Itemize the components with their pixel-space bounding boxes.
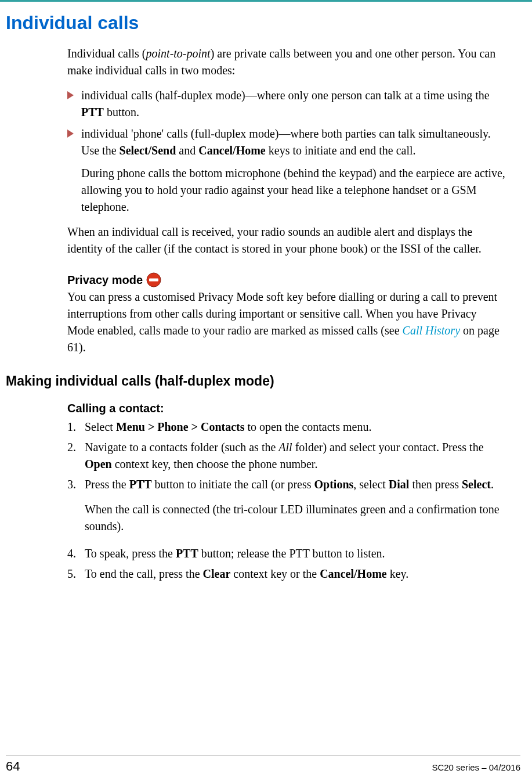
page-footer: 64 SC20 series – 04/2016 (0, 755, 532, 774)
step-list-cont: To speak, press the PTT button; release … (67, 545, 506, 582)
doc-id: SC20 series – 04/2016 (432, 762, 520, 772)
text: to open the contacts menu. (245, 420, 372, 433)
text: then press (409, 478, 462, 491)
text-italic: All (278, 441, 292, 454)
page-title: Individual calls (6, 12, 506, 34)
text-bold: PTT (176, 547, 198, 560)
privacy-paragraph: You can press a customised Privacy Mode … (67, 289, 506, 356)
no-entry-icon (146, 272, 161, 287)
step-list: Select Menu > Phone > Contacts to open t… (67, 419, 506, 493)
text-bold: PTT (129, 478, 152, 491)
footer-row: 64 SC20 series – 04/2016 (6, 759, 520, 774)
text-bold: Options (314, 478, 354, 491)
text: and (176, 144, 198, 157)
text: Select (85, 420, 116, 433)
text-bold: Select/Send (120, 144, 176, 157)
text: , select (353, 478, 389, 491)
mode-list: individual calls (half-duplex mode)—wher… (67, 87, 506, 159)
text-bold: Select (462, 478, 491, 491)
text-bold: Open (85, 458, 112, 470)
text: individual calls (half-duplex mode)—wher… (81, 89, 490, 102)
text: button. (104, 106, 139, 118)
text-bold: Clear (203, 567, 231, 580)
text: . (491, 478, 494, 491)
text-italic: point-to-point (146, 47, 211, 60)
text: button to initiate the call (or press (152, 478, 314, 491)
text-bold: Cancel/Home (320, 567, 387, 580)
step-item: To end the call, press the Clear context… (67, 566, 506, 582)
list-item: individual 'phone' calls (full-duplex mo… (67, 125, 506, 159)
text-bold: Cancel/Home (198, 144, 266, 157)
svg-rect-1 (149, 279, 158, 282)
privacy-heading: Privacy mode (67, 272, 506, 287)
step-item: Press the PTT button to initiate the cal… (67, 476, 506, 493)
calling-heading: Calling a contact: (67, 402, 506, 415)
intro-block: Individual calls (point-to-point) are pr… (67, 45, 506, 356)
text: context key or the (230, 567, 320, 580)
text: keys to initiate and end the call. (266, 144, 416, 157)
text: Press the (85, 478, 129, 491)
text: Individual calls ( (67, 47, 146, 60)
step-item: To speak, press the PTT button; release … (67, 545, 506, 562)
text-bold: PTT (81, 106, 104, 118)
text: button; release the PTT button to listen… (198, 547, 385, 560)
heading-text: Privacy mode (67, 273, 143, 287)
text: To end the call, press the (85, 567, 203, 580)
footer-rule (6, 755, 520, 755)
list-item: individual calls (half-duplex mode)—wher… (67, 87, 506, 121)
calling-block: Calling a contact: Select Menu > Phone >… (67, 402, 506, 582)
step-note: When the call is connected (the tri-colo… (67, 501, 506, 535)
intro-paragraph: Individual calls (point-to-point) are pr… (67, 45, 506, 79)
page-number: 64 (6, 759, 20, 774)
section-heading: Making individual calls (half-duplex mod… (6, 373, 506, 389)
paragraph: When an individual call is received, you… (67, 224, 506, 257)
step-item: Navigate to a contacts folder (such as t… (67, 439, 506, 473)
page-content: Individual calls Individual calls (point… (0, 2, 532, 582)
crossref-link[interactable]: Call History (403, 324, 460, 337)
text-bold: Menu > Phone > Contacts (116, 420, 245, 433)
sub-paragraph: During phone calls the bottom microphone… (67, 165, 506, 215)
text: key. (387, 567, 409, 580)
text: Navigate to a contacts folder (such as t… (85, 441, 278, 454)
text: folder) and select your contact. Press t… (292, 441, 484, 454)
text: context key, then choose the phone numbe… (112, 458, 318, 470)
step-item: Select Menu > Phone > Contacts to open t… (67, 419, 506, 436)
text: To speak, press the (85, 547, 176, 560)
text-bold: Dial (389, 478, 410, 491)
